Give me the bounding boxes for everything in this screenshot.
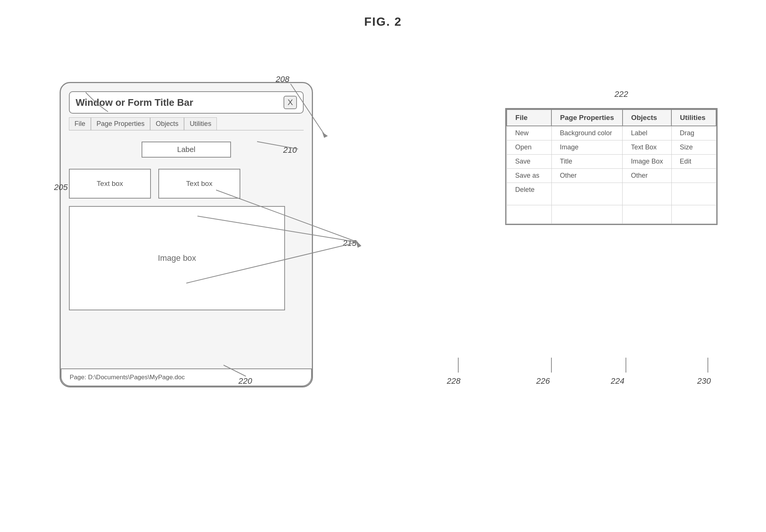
annotation-215: 215 — [343, 238, 357, 248]
menu-table: File Page Properties Objects Utilities N… — [506, 109, 716, 224]
table-row: Save as Other Other — [507, 169, 716, 183]
menu-item-page-properties[interactable]: Page Properties — [91, 117, 150, 130]
menu-bar: File Page Properties Objects Utilities — [69, 117, 304, 130]
cell-spacer-4 — [671, 205, 716, 224]
status-bar: Page: D:\Documents\Pages\MyPage.doc — [61, 368, 312, 386]
col-header-objects: Objects — [623, 110, 671, 126]
annotation-228: 228 — [447, 376, 460, 386]
cell-background-color: Background color — [551, 126, 623, 140]
cell-edit: Edit — [671, 155, 716, 169]
cell-drag: Drag — [671, 126, 716, 140]
cell-spacer-3 — [623, 205, 671, 224]
cell-new: New — [507, 126, 551, 140]
cell-empty-2 — [551, 183, 623, 205]
cell-size: Size — [671, 140, 716, 155]
col-header-file: File — [507, 110, 551, 126]
annotation-208: 208 — [276, 75, 289, 84]
annotation-226: 226 — [536, 376, 550, 386]
cell-image: Image — [551, 140, 623, 155]
cell-delete: Delete — [507, 183, 551, 205]
cell-save: Save — [507, 155, 551, 169]
window-content: Label Text box Text box Image box — [61, 130, 312, 384]
cell-spacer-2 — [551, 205, 623, 224]
svg-marker-6 — [356, 240, 361, 248]
cell-spacer-1 — [507, 205, 551, 224]
cell-other-page: Other — [551, 169, 623, 183]
annotation-205: 205 — [54, 183, 68, 192]
menu-table-container: File Page Properties Objects Utilities N… — [505, 108, 718, 225]
annotation-230: 230 — [697, 376, 711, 386]
menu-item-objects[interactable]: Objects — [150, 117, 184, 130]
cell-image-box: Image Box — [623, 155, 671, 169]
cell-empty-3 — [623, 183, 671, 205]
svg-marker-1 — [322, 132, 328, 138]
image-box: Image box — [69, 206, 285, 310]
menu-item-file[interactable]: File — [69, 117, 91, 130]
table-row-spacer — [507, 205, 716, 224]
table-row: New Background color Label Drag — [507, 126, 716, 140]
cell-title: Title — [551, 155, 623, 169]
window-title-text: Window or Form Title Bar — [76, 97, 193, 108]
figure-title: FIG. 2 — [0, 0, 766, 29]
annotation-210: 210 — [283, 145, 297, 155]
cell-empty-4 — [671, 183, 716, 205]
text-box-1: Text box — [69, 169, 151, 199]
table-row: Save Title Image Box Edit — [507, 155, 716, 169]
cell-other-obj: Other — [623, 169, 671, 183]
cell-open: Open — [507, 140, 551, 155]
label-element: Label — [142, 142, 231, 158]
table-row: Delete — [507, 183, 716, 205]
menu-item-utilities[interactable]: Utilities — [184, 117, 217, 130]
annotation-222: 222 — [614, 89, 628, 99]
title-bar: Window or Form Title Bar X — [69, 91, 304, 114]
cell-text-box: Text Box — [623, 140, 671, 155]
text-box-2: Text box — [158, 169, 240, 199]
text-boxes-row: Text box Text box — [69, 169, 304, 199]
col-header-utilities: Utilities — [671, 110, 716, 126]
cell-empty-1 — [671, 169, 716, 183]
annotation-220: 220 — [238, 376, 252, 386]
table-row: Open Image Text Box Size — [507, 140, 716, 155]
annotation-224: 224 — [611, 376, 624, 386]
main-window: Window or Form Title Bar X File Page Pro… — [60, 82, 313, 387]
cell-label: Label — [623, 126, 671, 140]
cell-save-as: Save as — [507, 169, 551, 183]
col-header-page-properties: Page Properties — [551, 110, 623, 126]
close-button[interactable]: X — [284, 96, 297, 109]
